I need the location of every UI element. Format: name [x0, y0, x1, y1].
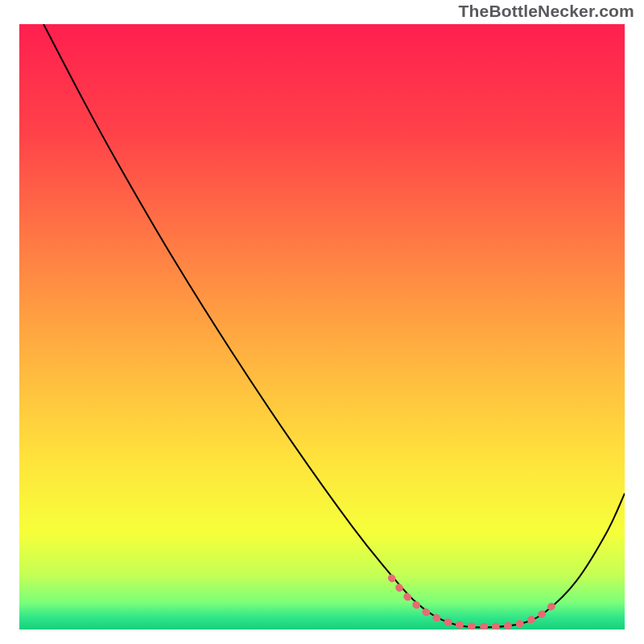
chart-stage: TheBottleNecker.com: [0, 0, 644, 644]
chart-svg: [19, 24, 625, 630]
plot-area: [19, 24, 625, 630]
watermark-text: TheBottleNecker.com: [458, 2, 634, 21]
gradient-background: [19, 24, 625, 630]
